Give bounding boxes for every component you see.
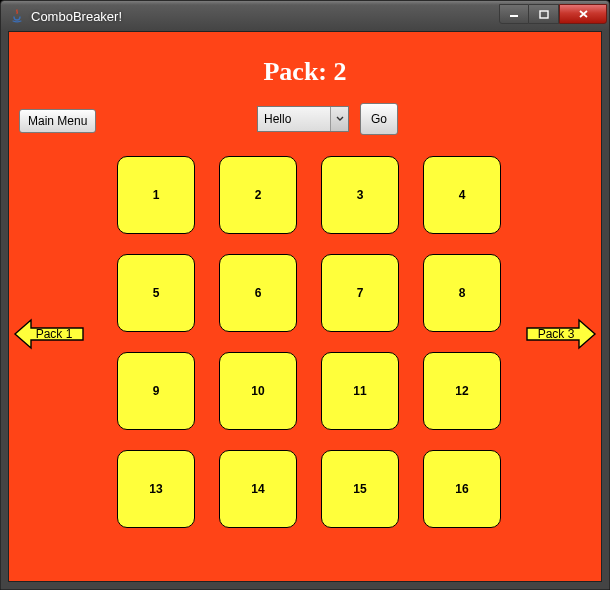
level-button[interactable]: 8 — [423, 254, 501, 332]
chevron-down-icon — [330, 107, 348, 131]
maximize-button[interactable] — [529, 4, 559, 24]
page-title: Pack: 2 — [9, 57, 601, 87]
level-button[interactable]: 7 — [321, 254, 399, 332]
prev-pack-label: Pack 1 — [13, 314, 85, 354]
prev-pack-button[interactable]: Pack 1 — [13, 314, 85, 354]
level-button[interactable]: 9 — [117, 352, 195, 430]
level-button[interactable]: 2 — [219, 156, 297, 234]
level-button[interactable]: 12 — [423, 352, 501, 430]
window-controls — [499, 4, 607, 24]
svg-rect-1 — [540, 11, 548, 18]
pack-select-value: Hello — [258, 112, 330, 126]
level-button[interactable]: 6 — [219, 254, 297, 332]
level-button[interactable]: 14 — [219, 450, 297, 528]
level-button[interactable]: 16 — [423, 450, 501, 528]
main-menu-button[interactable]: Main Menu — [19, 109, 96, 133]
window-title: ComboBreaker! — [31, 9, 499, 24]
close-button[interactable] — [559, 4, 607, 24]
go-label: Go — [371, 112, 387, 126]
level-button[interactable]: 10 — [219, 352, 297, 430]
main-menu-label: Main Menu — [28, 114, 87, 128]
titlebar[interactable]: ComboBreaker! — [1, 1, 609, 31]
next-pack-label: Pack 3 — [525, 314, 597, 354]
next-pack-button[interactable]: Pack 3 — [525, 314, 597, 354]
pack-select[interactable]: Hello — [257, 106, 349, 132]
level-button[interactable]: 15 — [321, 450, 399, 528]
minimize-button[interactable] — [499, 4, 529, 24]
level-button[interactable]: 1 — [117, 156, 195, 234]
toolbar: Main Menu Hello Go — [9, 106, 601, 138]
level-button[interactable]: 11 — [321, 352, 399, 430]
go-button[interactable]: Go — [360, 103, 398, 135]
java-icon — [9, 8, 25, 24]
level-grid: 1 2 3 4 5 6 7 8 9 10 11 12 13 14 15 16 — [117, 156, 501, 528]
level-button[interactable]: 5 — [117, 254, 195, 332]
content-pane: Pack: 2 Main Menu Hello Go Pack 1 — [8, 31, 602, 582]
app-window: ComboBreaker! Pack: 2 Main Menu Hello — [0, 0, 610, 590]
level-button[interactable]: 4 — [423, 156, 501, 234]
level-button[interactable]: 13 — [117, 450, 195, 528]
level-button[interactable]: 3 — [321, 156, 399, 234]
